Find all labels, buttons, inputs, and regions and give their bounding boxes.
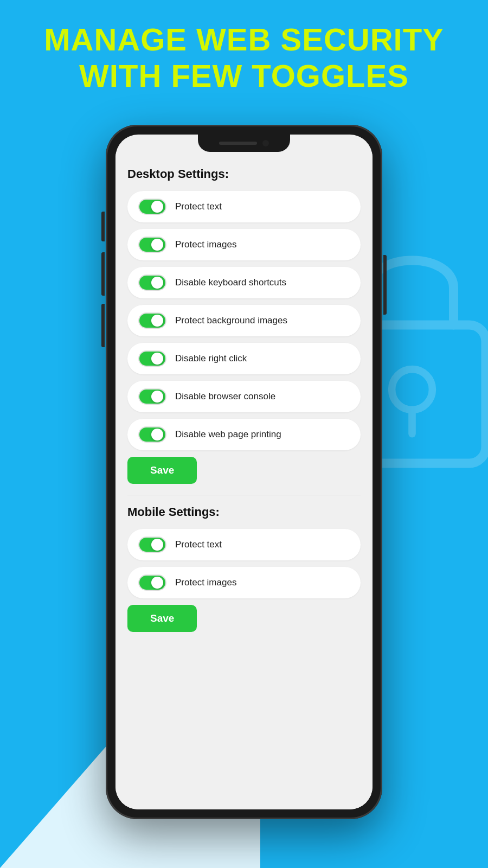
phone-btn-power	[383, 255, 387, 315]
toggle-disable-keyboard-desktop[interactable]: Disable keyboard shortcuts	[127, 267, 361, 298]
phone-frame: Desktop Settings: Protect text Protect i…	[106, 125, 382, 819]
toggle-disable-console-desktop-switch[interactable]	[138, 388, 166, 405]
toggle-disable-keyboard-desktop-switch[interactable]	[138, 275, 166, 291]
toggle-disable-printing-desktop[interactable]: Disable web page printing	[127, 419, 361, 450]
toggle-disable-console-desktop[interactable]: Disable browser console	[127, 381, 361, 412]
mobile-save-button[interactable]: Save	[127, 605, 197, 632]
toggle-disable-printing-desktop-switch[interactable]	[138, 426, 166, 443]
toggle-protect-bg-images-desktop[interactable]: Protect background images	[127, 305, 361, 336]
mobile-section: Mobile Settings: Protect text Protect im…	[127, 505, 361, 632]
toggle-protect-images-mobile-switch[interactable]	[138, 575, 166, 591]
toggle-disable-right-click-desktop-switch[interactable]	[138, 350, 166, 367]
notch-bar	[219, 142, 257, 145]
toggle-protect-images-desktop[interactable]: Protect images	[127, 229, 361, 260]
phone-btn-mute	[101, 212, 105, 241]
toggle-protect-images-desktop-label: Protect images	[175, 239, 236, 250]
phone-btn-vol-up	[101, 252, 105, 296]
desktop-section: Desktop Settings: Protect text Protect i…	[127, 167, 361, 484]
svg-point-1	[392, 369, 433, 410]
toggle-protect-text-mobile[interactable]: Protect text	[127, 529, 361, 560]
toggle-protect-text-desktop[interactable]: Protect text	[127, 191, 361, 222]
toggle-protect-text-mobile-label: Protect text	[175, 539, 222, 550]
toggle-protect-bg-images-desktop-switch[interactable]	[138, 312, 166, 329]
notch	[198, 135, 290, 152]
desktop-section-title: Desktop Settings:	[127, 167, 361, 181]
toggle-protect-text-desktop-switch[interactable]	[138, 199, 166, 215]
toggle-protect-text-mobile-switch[interactable]	[138, 537, 166, 553]
notch-camera	[262, 140, 269, 146]
toggle-disable-right-click-desktop[interactable]: Disable right click	[127, 343, 361, 374]
toggle-disable-keyboard-desktop-label: Disable keyboard shortcuts	[175, 277, 286, 288]
section-divider	[127, 495, 361, 495]
mobile-section-title: Mobile Settings:	[127, 505, 361, 519]
screen-content[interactable]: Desktop Settings: Protect text Protect i…	[115, 154, 373, 809]
header-text: MANAGE WEB SECURITY WITH FEW TOGGLES	[0, 22, 488, 94]
toggle-disable-printing-desktop-label: Disable web page printing	[175, 429, 281, 440]
desktop-save-button[interactable]: Save	[127, 457, 197, 484]
toggle-protect-images-mobile[interactable]: Protect images	[127, 567, 361, 598]
toggle-disable-right-click-desktop-label: Disable right click	[175, 353, 247, 364]
phone-btn-vol-down	[101, 304, 105, 347]
toggle-protect-bg-images-desktop-label: Protect background images	[175, 315, 287, 326]
toggle-protect-text-desktop-label: Protect text	[175, 201, 222, 212]
phone-screen: Desktop Settings: Protect text Protect i…	[115, 135, 373, 809]
toggle-disable-console-desktop-label: Disable browser console	[175, 391, 275, 402]
toggle-protect-images-mobile-label: Protect images	[175, 577, 236, 588]
toggle-protect-images-desktop-switch[interactable]	[138, 237, 166, 253]
